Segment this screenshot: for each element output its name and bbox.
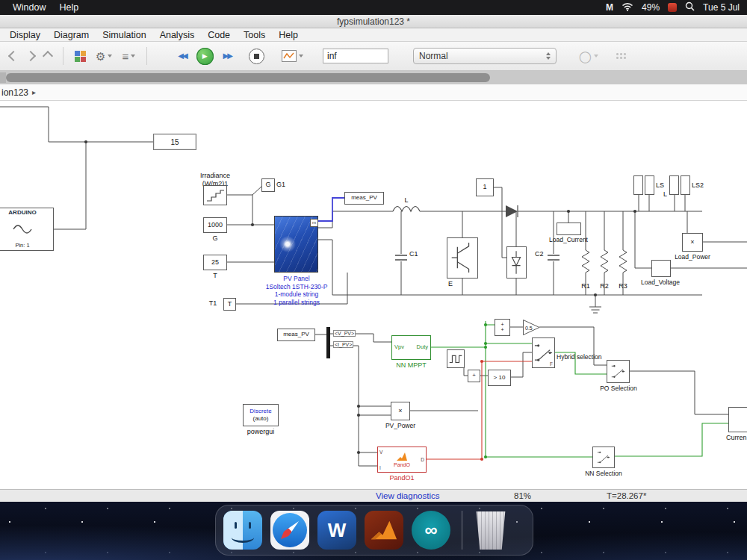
ls2-block-1[interactable] xyxy=(669,175,679,195)
gain-block[interactable]: 0.5 xyxy=(523,320,540,335)
wifi-icon[interactable] xyxy=(622,2,633,13)
step-back-icon: ◀◀ xyxy=(178,52,186,60)
model-canvas[interactable]: ARDUINO Pin: 1 15 Irradiance (W/m2)1 G G… xyxy=(0,101,747,489)
stop-button[interactable] xyxy=(247,47,267,66)
sum2-block[interactable]: + + xyxy=(495,319,510,336)
sim-mode-select[interactable]: Normal xyxy=(413,48,557,64)
more-button[interactable] xyxy=(613,51,628,61)
step-back-button[interactable]: ◀◀ xyxy=(176,51,188,61)
macos-menubar: Window Help M 49% Tue 5 Jul xyxy=(0,0,747,15)
toolbar-divider xyxy=(63,47,63,65)
current-scope-block[interactable] xyxy=(728,407,747,432)
hybrid-switch-block[interactable]: F xyxy=(532,337,555,368)
chevron-right-icon xyxy=(25,51,36,61)
display-value: 15 xyxy=(170,138,179,146)
red-app-icon[interactable] xyxy=(668,3,677,12)
dock-matlab-icon[interactable] xyxy=(365,511,403,550)
caret-down-icon xyxy=(108,55,112,57)
dock-finder-icon[interactable] xyxy=(223,511,262,550)
dock-safari-icon[interactable] xyxy=(270,511,309,550)
dock-trash-icon[interactable] xyxy=(474,511,508,550)
constant-temp-block[interactable]: 25 xyxy=(203,255,227,270)
menu-diagram[interactable]: Diagram xyxy=(47,30,96,40)
horizontal-scrollbar[interactable] xyxy=(6,73,490,82)
nn-mppt-block[interactable]: Vpv Duty xyxy=(391,335,431,360)
stop-time-input[interactable] xyxy=(323,49,388,63)
pv-power-block[interactable]: × xyxy=(391,402,410,420)
constant-one-block[interactable]: 1 xyxy=(476,178,494,196)
run-button[interactable]: ▶ xyxy=(194,46,216,66)
scroll-strip xyxy=(0,71,747,84)
up-button[interactable] xyxy=(42,51,54,61)
breadcrumb-model[interactable]: ion123 xyxy=(1,87,28,98)
forward-button[interactable] xyxy=(25,51,37,61)
irradiance-block[interactable] xyxy=(203,185,227,205)
menu-code[interactable]: Code xyxy=(201,30,237,40)
view-diagnostics-link[interactable]: View diagnostics xyxy=(376,491,439,500)
back-button[interactable] xyxy=(7,51,19,61)
layout-button[interactable]: ≡ xyxy=(120,49,137,63)
goto-meas-pv-block[interactable]: meas_PV xyxy=(344,192,384,205)
library-browser-button[interactable] xyxy=(72,49,88,63)
pando-block[interactable]: V I D PandO xyxy=(377,447,427,473)
igbt-block[interactable] xyxy=(447,237,478,279)
constant-temp-value: 25 xyxy=(211,259,219,267)
pando-name: PandO xyxy=(394,462,410,468)
menu-tools[interactable]: Tools xyxy=(237,30,272,40)
ls-block-2[interactable] xyxy=(645,175,654,195)
chevron-up-icon xyxy=(43,51,53,61)
gmail-icon[interactable]: M xyxy=(606,2,613,13)
settings-button[interactable]: ⚙ xyxy=(93,49,114,63)
compare-block[interactable]: > 10 xyxy=(488,370,511,386)
powergui-block[interactable]: Discrete (auto) xyxy=(243,404,279,426)
load-voltage-block[interactable] xyxy=(651,260,671,277)
scope-button[interactable] xyxy=(279,49,306,63)
bus-selector-block[interactable] xyxy=(326,327,330,358)
r3-label: R3 xyxy=(613,282,633,290)
nn-switch-block[interactable] xyxy=(592,447,615,468)
load-current-block[interactable] xyxy=(557,223,581,235)
pulse-block[interactable] xyxy=(447,349,465,368)
dock-arduino-icon[interactable]: ∞ xyxy=(412,511,450,550)
goto-t-block[interactable]: T xyxy=(223,298,236,311)
window-titlebar[interactable]: fypsimulation123 * xyxy=(0,15,747,28)
menubar-window[interactable]: Window xyxy=(6,2,52,13)
dock-word-icon[interactable]: W xyxy=(317,511,356,550)
menu-simulation[interactable]: Simulation xyxy=(96,30,152,40)
display-block[interactable]: 15 xyxy=(153,134,196,150)
load-power-block[interactable]: × xyxy=(682,233,703,252)
step-forward-button[interactable]: ▶▶ xyxy=(221,51,234,61)
zoom-level: 81% xyxy=(514,491,531,500)
from-meas-pv-block[interactable]: meas_PV xyxy=(277,329,315,341)
goto-meas-pv-text: meas_PV xyxy=(351,195,377,202)
pv-panel-block[interactable]: m xyxy=(274,216,318,273)
menu-display[interactable]: Display xyxy=(3,30,47,40)
sum1-block[interactable]: + xyxy=(468,370,480,382)
caret-down-icon xyxy=(131,55,135,57)
constant-irradiance-block[interactable]: 1000 xyxy=(203,217,227,233)
arduino-block[interactable]: ARDUINO Pin: 1 xyxy=(0,208,54,251)
po-switch-block[interactable] xyxy=(607,360,630,383)
mosfet-block[interactable] xyxy=(506,246,527,279)
igbt-emitter-label: E xyxy=(445,280,456,288)
wires-layer xyxy=(0,101,747,489)
r1-label: R1 xyxy=(575,282,596,290)
ls-block-1[interactable] xyxy=(633,175,643,195)
diagnostics-button[interactable]: ◯ xyxy=(577,49,601,63)
caret-down-icon xyxy=(594,55,598,57)
sum1-signs: + xyxy=(472,373,476,379)
ls2-block-2[interactable] xyxy=(681,175,690,195)
menubar-help[interactable]: Help xyxy=(52,2,85,13)
spotlight-icon[interactable] xyxy=(685,1,695,13)
menu-help[interactable]: Help xyxy=(272,30,305,40)
goto-g-block[interactable]: G xyxy=(261,178,275,192)
toolbar-divider xyxy=(146,47,147,65)
powergui-line2: (auto) xyxy=(253,416,269,423)
igbt-icon xyxy=(447,237,477,279)
goto-t-label: T1 xyxy=(205,299,220,308)
bus-signal-vpv: <V_PV> xyxy=(333,330,356,337)
menubar-clock[interactable]: Tue 5 Jul xyxy=(703,2,740,13)
bus-signal-ipv: <I_PV> xyxy=(333,341,353,348)
pv-panel-label: PV Panel 1Soltech 1STH-230-P 1-module st… xyxy=(252,275,341,307)
menu-analysis[interactable]: Analysis xyxy=(153,30,202,40)
